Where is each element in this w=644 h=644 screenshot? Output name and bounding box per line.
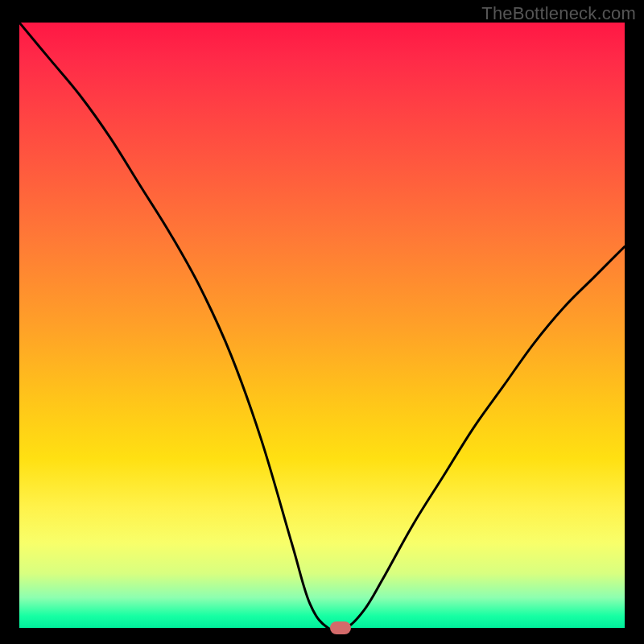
plot-area [19, 23, 625, 628]
watermark-text: TheBottleneck.com [481, 3, 636, 24]
optimal-marker [330, 621, 351, 634]
chart-frame: TheBottleneck.com [0, 0, 644, 644]
bottleneck-curve [19, 23, 625, 628]
